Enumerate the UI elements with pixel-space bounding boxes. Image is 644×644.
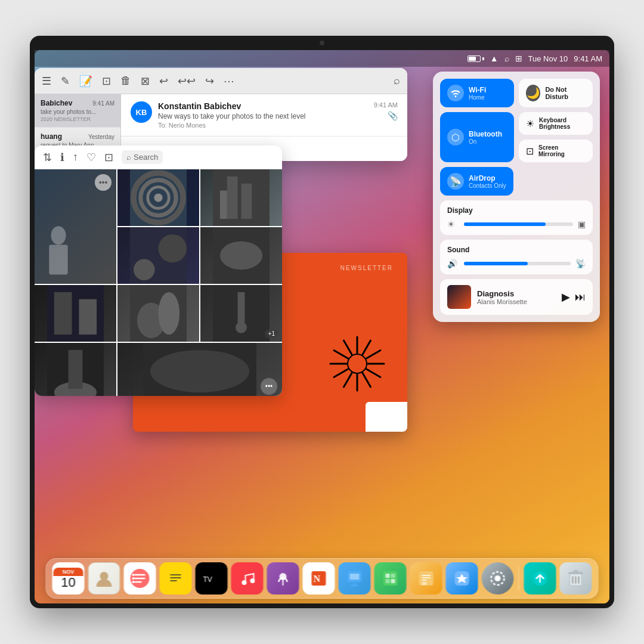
svg-rect-68: [386, 574, 390, 578]
airdrop-icon: 📡: [447, 173, 464, 190]
mail-subject: New ways to take your photos to the next…: [158, 112, 368, 120]
info-btn[interactable]: ℹ: [60, 151, 64, 164]
svg-text:N: N: [314, 574, 321, 584]
photo-cell-8[interactable]: +1: [200, 285, 282, 342]
appstore-icon: [453, 569, 471, 587]
mail-item-tag-label: 2020 NEWSLETTER: [41, 116, 114, 122]
transloader-icon: [532, 570, 549, 587]
dock-item-keynote[interactable]: [339, 562, 371, 595]
mail-search-btn[interactable]: ⌕: [394, 75, 400, 87]
photo-cell-3[interactable]: [200, 169, 282, 226]
dock-item-numbers[interactable]: [374, 562, 407, 595]
wifi-label: Wi-Fi: [469, 86, 486, 94]
dock-item-appletv[interactable]: TV: [196, 562, 228, 595]
share-btn[interactable]: ↑: [73, 151, 78, 163]
now-playing-section: Diagnosis Alanis Morissette ▶ ⏭: [440, 279, 593, 315]
reply-all-btn[interactable]: ↩↩: [178, 75, 196, 88]
dock-item-reminders[interactable]: [124, 562, 156, 595]
photo-cell-9[interactable]: [35, 343, 116, 396]
reply-btn[interactable]: ↩: [159, 75, 168, 88]
macbook-frame: ▲ ⌕ ⊞ Tue Nov 10 9:41 AM: [0, 0, 644, 644]
dock-item-settings[interactable]: [482, 562, 514, 595]
airplay-icon: 📡: [575, 259, 586, 268]
photos-search-box[interactable]: ⌕ Search: [122, 150, 163, 164]
forward-btn[interactable]: ↪: [205, 75, 214, 88]
more-btn[interactable]: ⋯: [224, 75, 234, 88]
svg-rect-24: [238, 292, 245, 324]
mail-toolbar: ☰ ✎ 📝 ⊡ 🗑 ⊠ ↩ ↩↩ ↪ ⋯ ⌕: [35, 68, 407, 94]
svg-rect-76: [422, 582, 427, 585]
screen-mirroring-tile[interactable]: ⊡ Screen Mirroring: [519, 140, 593, 162]
bluetooth-tile[interactable]: ⬡ Bluetooth On: [440, 112, 514, 162]
calendar-day: 10: [61, 576, 75, 589]
keynote-icon: [346, 569, 364, 587]
keyboard-brightness-tile[interactable]: ☀ Keyboard Brightness: [519, 112, 593, 135]
up-down-btn[interactable]: ⇅: [43, 151, 52, 164]
svg-point-57: [250, 578, 255, 583]
trash-btn[interactable]: 🗑: [120, 75, 131, 87]
mail-detail-time: 9:41 AM: [374, 101, 398, 109]
dock-item-calendar[interactable]: NOV 10: [52, 562, 85, 595]
svg-line-38: [334, 369, 348, 377]
dock-item-music[interactable]: [231, 562, 264, 595]
svg-rect-67: [383, 571, 398, 586]
svg-point-12: [134, 259, 155, 280]
photo-cell-large-1[interactable]: •••: [35, 169, 116, 284]
airdrop-tile[interactable]: 📡 AirDrop Contacts Only: [440, 167, 513, 196]
volume-slider[interactable]: [464, 262, 571, 265]
dock-item-pages[interactable]: [410, 562, 442, 595]
dock-item-news[interactable]: N: [303, 562, 335, 595]
photo-cell-7[interactable]: [117, 285, 199, 342]
svg-rect-8: [227, 177, 238, 219]
svg-line-32: [367, 350, 380, 358]
screen-bezel: ▲ ⌕ ⊞ Tue Nov 10 9:41 AM: [30, 36, 614, 608]
more-options-btn-1[interactable]: •••: [95, 174, 112, 191]
new-note-btn[interactable]: 📝: [79, 75, 92, 88]
search-icon[interactable]: ⌕: [504, 54, 509, 63]
photo-cell-4[interactable]: [117, 227, 199, 284]
crop-btn[interactable]: ⊡: [104, 151, 113, 164]
junk-btn[interactable]: ⊠: [141, 75, 150, 88]
dock-item-podcasts[interactable]: [267, 562, 299, 595]
reminders-icon: [129, 568, 151, 589]
mail-list-item-babichev[interactable]: Babichev 9:41 AM take your photos to... …: [35, 94, 120, 128]
do-not-disturb-tile[interactable]: 🌙 Do Not Disturb: [519, 79, 593, 107]
dock-item-transloader[interactable]: [524, 562, 556, 595]
mail-item-time-2: Yesterday: [88, 134, 114, 140]
mail-to-name: Nerio Mones: [169, 122, 206, 129]
dock-item-trash[interactable]: [560, 562, 592, 595]
photo-cell-10[interactable]: •••: [117, 343, 282, 396]
dock-item-appstore[interactable]: [446, 562, 478, 595]
dock-item-contacts[interactable]: [88, 562, 120, 595]
battery-icon: [467, 55, 484, 62]
dock-item-notes[interactable]: [160, 562, 192, 595]
control-center-icon[interactable]: ⊞: [515, 54, 522, 63]
display-label: Display: [447, 206, 586, 215]
appletv-icon: TV: [201, 572, 222, 584]
photo-cell-6[interactable]: [35, 285, 116, 342]
play-button[interactable]: ▶: [562, 290, 570, 304]
photos-toolbar: ⇅ ℹ ↑ ♡ ⊡ ⌕ Search: [35, 145, 282, 169]
compose-icon[interactable]: ✎: [61, 75, 70, 88]
music-icon: [240, 571, 255, 586]
svg-rect-83: [574, 570, 578, 572]
heart-btn[interactable]: ♡: [86, 151, 96, 164]
skip-button[interactable]: ⏭: [575, 291, 586, 304]
svg-line-40: [334, 350, 348, 358]
bluetooth-status: On: [469, 138, 502, 145]
svg-point-0: [51, 226, 66, 244]
sidebar-toggle-btn[interactable]: ☰: [42, 75, 51, 88]
svg-point-42: [348, 354, 367, 373]
brightness-low-icon: ☀: [447, 219, 459, 229]
more-options-btn-2[interactable]: •••: [261, 378, 277, 395]
photo-cell-2[interactable]: [117, 169, 199, 226]
svg-rect-70: [386, 579, 390, 583]
plus-badge: +1: [265, 329, 278, 338]
archive-btn[interactable]: ⊡: [102, 75, 111, 88]
photo-cell-5[interactable]: [200, 227, 282, 284]
sender-avatar: KB: [131, 101, 152, 123]
svg-rect-18: [79, 299, 97, 335]
brightness-slider[interactable]: [464, 222, 573, 226]
settings-icon: [490, 570, 506, 587]
wifi-tile[interactable]: Wi-Fi Home: [440, 79, 514, 107]
